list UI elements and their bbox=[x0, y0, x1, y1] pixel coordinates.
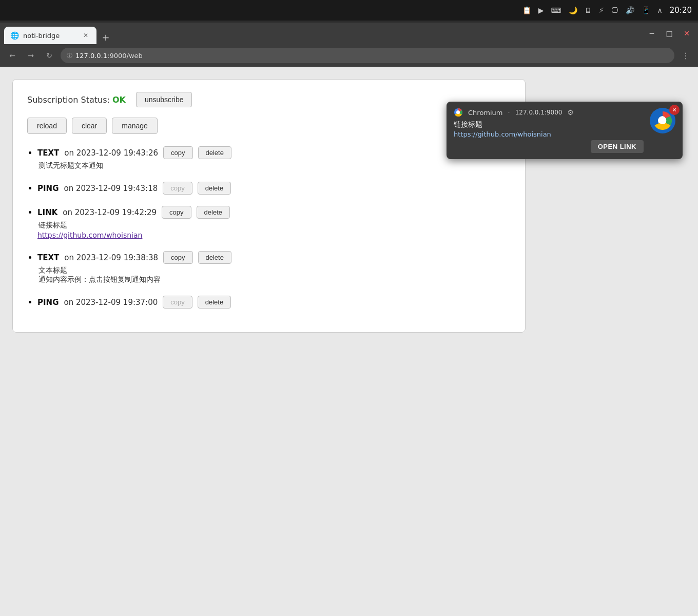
notification-header: PING on 2023-12-09 19:43:18 copy delete bbox=[37, 182, 511, 195]
monitor-icon[interactable]: 🖥 bbox=[585, 6, 592, 14]
chevron-up-icon[interactable]: ∧ bbox=[657, 6, 663, 14]
address-bar[interactable]: ⓘ 127.0.0.1:9000/web bbox=[61, 48, 674, 63]
manage-button[interactable]: manage bbox=[112, 118, 158, 134]
taskbar-icons: 📋 ▶ ⌨ 🌙 🖥 ⚡ 🖵 🔊 📱 ∧ bbox=[522, 6, 663, 14]
subscription-status: OK bbox=[112, 95, 126, 105]
tooltip-url: 127.0.0.1:9000 bbox=[515, 109, 563, 116]
address-path: :9000/web bbox=[107, 52, 143, 60]
page-content: Chromium · 127.0.0.1:9000 ⚙ 链接标题 https:/… bbox=[0, 67, 698, 616]
lock-icon: ⓘ bbox=[67, 52, 72, 60]
tab-favicon: 🌐 bbox=[10, 31, 19, 40]
notif-time: on 2023-12-09 19:38:38 bbox=[64, 253, 158, 262]
svg-point-2 bbox=[457, 111, 460, 114]
notification-list: TEXT on 2023-12-09 19:43:26 copy delete … bbox=[27, 146, 511, 309]
nav-bar: ← → ↻ ⓘ 127.0.0.1:9000/web ⋮ bbox=[0, 44, 698, 67]
tooltip-close-button[interactable]: ✕ bbox=[669, 105, 680, 115]
close-button[interactable]: ✕ bbox=[680, 26, 694, 41]
tab-close-button[interactable]: ✕ bbox=[81, 31, 90, 40]
notif-time: on 2023-12-09 19:37:00 bbox=[64, 298, 158, 307]
notif-time: on 2023-12-09 19:43:26 bbox=[64, 148, 158, 158]
system-time: 20:20 bbox=[670, 6, 692, 15]
copy-button[interactable]: copy bbox=[163, 251, 192, 264]
tab-title: noti-bridge bbox=[23, 32, 77, 40]
notif-body: 链接标题 bbox=[38, 221, 511, 230]
volume-icon[interactable]: 🔊 bbox=[626, 6, 634, 14]
keyboard-icon[interactable]: ⌨ bbox=[551, 6, 561, 14]
tooltip-title: 链接标题 bbox=[454, 120, 644, 129]
list-item: LINK on 2023-12-09 19:42:29 copy delete … bbox=[37, 206, 511, 240]
reload-button[interactable]: ↻ bbox=[42, 48, 56, 63]
notif-type-ping: PING bbox=[37, 184, 59, 193]
screen-icon[interactable]: 🖵 bbox=[611, 6, 618, 14]
delete-button[interactable]: delete bbox=[198, 296, 231, 309]
tooltip-separator: · bbox=[508, 109, 510, 117]
notif-type-text2: TEXT bbox=[37, 253, 59, 262]
tooltip-app-name: Chromium bbox=[468, 109, 503, 117]
tooltip-settings-icon[interactable]: ⚙ bbox=[568, 108, 574, 117]
tooltip-content: Chromium · 127.0.0.1:9000 ⚙ 链接标题 https:/… bbox=[454, 108, 644, 153]
list-item: TEXT on 2023-12-09 19:38:38 copy delete … bbox=[37, 251, 511, 284]
notif-title: 文本标题 bbox=[38, 266, 511, 275]
delete-button[interactable]: delete bbox=[198, 146, 231, 159]
title-bar: 🌐 noti-bridge ✕ + ─ □ ✕ bbox=[0, 23, 698, 44]
copy-button-disabled: copy bbox=[163, 296, 192, 309]
notif-body: 测试无标题文本通知 bbox=[38, 161, 511, 170]
notification-header: LINK on 2023-12-09 19:42:29 copy delete bbox=[37, 206, 511, 219]
taskbar: 📋 ▶ ⌨ 🌙 🖥 ⚡ 🖵 🔊 📱 ∧ 20:20 bbox=[0, 0, 698, 21]
notif-body: 通知内容示例：点击按钮复制通知内容 bbox=[38, 275, 511, 284]
tooltip-popup: Chromium · 127.0.0.1:9000 ⚙ 链接标题 https:/… bbox=[447, 102, 683, 159]
notif-type-link: LINK bbox=[37, 208, 57, 217]
delete-button[interactable]: delete bbox=[198, 182, 231, 195]
svg-point-5 bbox=[659, 117, 666, 124]
browser-menu-button[interactable]: ⋮ bbox=[678, 48, 693, 63]
minimize-button[interactable]: ─ bbox=[645, 26, 659, 41]
notification-header: TEXT on 2023-12-09 19:43:26 copy delete bbox=[37, 146, 511, 159]
list-item: TEXT on 2023-12-09 19:43:26 copy delete … bbox=[37, 146, 511, 170]
copy-button[interactable]: copy bbox=[162, 206, 191, 219]
status-row: Subscription Status: OK unsubscribe bbox=[27, 92, 511, 107]
reload-button[interactable]: reload bbox=[27, 118, 67, 134]
phone-icon[interactable]: 📱 bbox=[642, 6, 650, 14]
copy-button[interactable]: copy bbox=[163, 146, 192, 159]
notif-time: on 2023-12-09 19:42:29 bbox=[63, 208, 157, 217]
play-icon[interactable]: ▶ bbox=[538, 6, 544, 14]
tab-bar: 🌐 noti-bridge ✕ + bbox=[4, 23, 641, 44]
chromium-small-icon bbox=[454, 108, 463, 117]
tooltip-footer: OPEN LINK bbox=[454, 140, 644, 153]
clipboard-icon[interactable]: 📋 bbox=[522, 6, 531, 14]
copy-button-disabled: copy bbox=[163, 182, 192, 195]
list-item: PING on 2023-12-09 19:37:00 copy delete bbox=[37, 296, 511, 309]
maximize-button[interactable]: □ bbox=[662, 26, 676, 41]
tooltip-link: https://github.com/whoisnian bbox=[454, 130, 644, 138]
browser-window: 🌐 noti-bridge ✕ + ─ □ ✕ ← → ↻ ⓘ 127.0.0.… bbox=[0, 23, 698, 616]
address-host: 127.0.0.1 bbox=[75, 52, 107, 60]
subscription-label: Subscription Status: OK bbox=[27, 95, 126, 105]
tooltip-header: Chromium · 127.0.0.1:9000 ⚙ bbox=[454, 108, 644, 117]
notif-time: on 2023-12-09 19:43:18 bbox=[64, 184, 158, 193]
new-tab-button[interactable]: + bbox=[99, 30, 113, 44]
window-controls: ─ □ ✕ bbox=[645, 26, 694, 41]
forward-button[interactable]: → bbox=[24, 48, 38, 63]
notification-header: PING on 2023-12-09 19:37:00 copy delete bbox=[37, 296, 511, 309]
bluetooth-icon[interactable]: ⚡ bbox=[599, 6, 604, 14]
notif-type-text: TEXT bbox=[37, 148, 59, 158]
action-row: reload clear manage bbox=[27, 118, 511, 134]
open-link-button[interactable]: OPEN LINK bbox=[591, 140, 644, 153]
moon-icon[interactable]: 🌙 bbox=[569, 6, 577, 14]
clear-button[interactable]: clear bbox=[72, 118, 107, 134]
active-tab[interactable]: 🌐 noti-bridge ✕ bbox=[4, 27, 96, 44]
notif-type-ping2: PING bbox=[37, 298, 59, 307]
notification-header: TEXT on 2023-12-09 19:38:38 copy delete bbox=[37, 251, 511, 264]
list-item: PING on 2023-12-09 19:43:18 copy delete bbox=[37, 182, 511, 195]
subscription-label-text: Subscription Status: bbox=[27, 95, 110, 105]
delete-button[interactable]: delete bbox=[197, 206, 230, 219]
address-text: 127.0.0.1:9000/web bbox=[75, 52, 143, 60]
notif-link[interactable]: https://github.com/whoisnian bbox=[37, 231, 142, 239]
unsubscribe-button[interactable]: unsubscribe bbox=[136, 92, 192, 107]
delete-button[interactable]: delete bbox=[198, 251, 231, 264]
notif-link-container: https://github.com/whoisnian bbox=[37, 230, 511, 240]
back-button[interactable]: ← bbox=[5, 48, 20, 63]
